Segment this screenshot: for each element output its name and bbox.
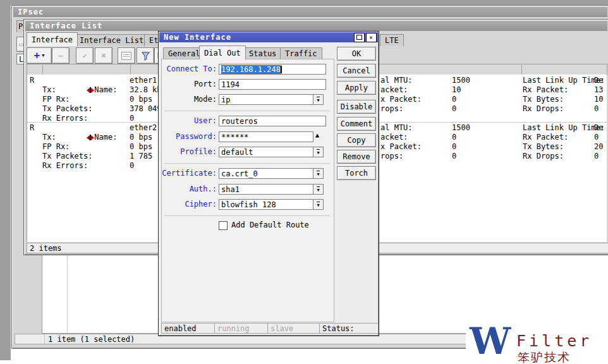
mode-input[interactable]: ip bbox=[219, 94, 313, 105]
password-label: Password: bbox=[162, 131, 217, 142]
status-enabled: enabled bbox=[161, 323, 215, 334]
maximize-icon bbox=[356, 35, 362, 40]
user-input[interactable]: routeros bbox=[219, 116, 326, 126]
tab-status[interactable]: Status bbox=[244, 47, 281, 59]
close-button[interactable]: ✕ bbox=[366, 33, 377, 42]
connect-to-value: 192.168.1.248 bbox=[221, 65, 281, 74]
row-label: Last Link Up Time: bbox=[523, 123, 605, 133]
row-label: rops: bbox=[380, 104, 403, 114]
cipher-label: Cipher: bbox=[162, 199, 217, 210]
header-divider bbox=[130, 65, 131, 74]
row-label: Tx Packets: bbox=[42, 104, 92, 114]
row-value: De bbox=[594, 76, 603, 85]
remove-button[interactable]: Remove bbox=[337, 150, 376, 164]
row-value: 0 bbox=[452, 95, 456, 104]
row-label: Tx Packets: bbox=[42, 152, 92, 161]
cancel-button[interactable]: Cancel bbox=[337, 64, 376, 78]
separator bbox=[164, 215, 330, 216]
row-label: x Packet: bbox=[380, 95, 422, 104]
ipsec-list-column-divider bbox=[67, 255, 68, 333]
wfilter-logo: W Filter 笨驴技术 bbox=[466, 324, 608, 364]
row-flag: R bbox=[30, 123, 34, 133]
row-value: 10 bbox=[452, 85, 461, 95]
row-label: Rx Drops: bbox=[523, 104, 564, 114]
copy-button[interactable]: Copy bbox=[337, 133, 376, 147]
tab-interface[interactable]: Interface bbox=[27, 32, 78, 46]
connect-to-input[interactable]: 192.168.1.248 bbox=[219, 64, 326, 75]
chevron-down-icon: ▼ bbox=[42, 53, 44, 58]
remove-row-button[interactable]: − bbox=[52, 47, 70, 64]
row-label: Last Link Up Time: bbox=[523, 76, 605, 85]
certificate-label: Certificate: bbox=[162, 168, 217, 179]
row-label: FP Rx: bbox=[42, 142, 70, 152]
tab-dial-out[interactable]: Dial Out bbox=[199, 46, 246, 59]
disable-button[interactable]: ✖ bbox=[95, 47, 112, 64]
user-label: User: bbox=[162, 116, 217, 126]
dropdown-arrow-icon: ▼ bbox=[317, 202, 319, 208]
row-label: Tx Bytes: bbox=[523, 95, 564, 104]
row-label: al MTU: bbox=[380, 123, 413, 133]
row-label: FP Rx: bbox=[42, 95, 70, 104]
status-slave: slave bbox=[267, 323, 320, 334]
add-button[interactable]: + ▼ bbox=[27, 47, 52, 64]
row-value: 0 bbox=[594, 152, 599, 161]
interface-list-titlebar[interactable]: Interface List bbox=[25, 21, 607, 31]
torch-button[interactable]: Torch bbox=[337, 166, 376, 180]
row-value: 0 bbox=[130, 114, 134, 123]
certificate-dropdown-button[interactable]: ▼ bbox=[313, 168, 324, 179]
row-value: 0 bbox=[452, 133, 456, 142]
connect-to-label: Connect To: bbox=[162, 64, 217, 75]
password-reveal-button[interactable]: ▲ bbox=[315, 131, 319, 138]
dropdown-arrow-icon: ▼ bbox=[317, 171, 319, 177]
apply-button[interactable]: Apply bbox=[337, 81, 376, 95]
row-label: Rx Drops: bbox=[523, 152, 564, 161]
tab-interface-list[interactable]: Interface List bbox=[75, 34, 149, 46]
comment-button[interactable]: Comment bbox=[337, 117, 376, 131]
header-divider bbox=[42, 65, 43, 74]
add-default-route-label: Add Default Route bbox=[231, 221, 309, 229]
filter-button[interactable] bbox=[137, 47, 154, 64]
dropdown-arrow-icon: ▼ bbox=[317, 149, 319, 155]
profile-dropdown-button[interactable]: ▼ bbox=[313, 147, 324, 157]
row-value: 0 bbox=[452, 104, 456, 114]
wfilter-logo-subtitle: 笨驴技术 bbox=[518, 349, 571, 364]
row-flag: R bbox=[30, 76, 34, 85]
comment-button[interactable] bbox=[118, 47, 135, 64]
row-label: Rx Errors: bbox=[42, 161, 88, 171]
password-input[interactable]: ****** bbox=[219, 131, 313, 142]
comment-icon bbox=[121, 52, 131, 60]
ok-button[interactable]: OK bbox=[337, 47, 376, 61]
tab-lte[interactable]: LTE bbox=[380, 34, 404, 46]
enable-button[interactable]: ✔ bbox=[76, 47, 94, 64]
tab-traffic[interactable]: Traffic bbox=[280, 47, 322, 59]
dropdown-arrow-icon: ▼ bbox=[317, 97, 319, 103]
maximize-button[interactable] bbox=[354, 33, 365, 42]
port-input[interactable]: 1194 bbox=[219, 79, 326, 90]
dialog-titlebar[interactable]: New Interface ✕ bbox=[159, 32, 378, 42]
winbox-desktop: IPsec Po ▭ L 1 item (1 selected) Interfa… bbox=[0, 0, 608, 364]
cipher-dropdown-button[interactable]: ▼ bbox=[313, 199, 324, 210]
auth-input[interactable]: sha1 bbox=[219, 184, 313, 195]
separator bbox=[164, 163, 330, 164]
row-label: rops: bbox=[380, 152, 403, 161]
row-name-line: Name: bbox=[41, 76, 117, 85]
text-caret bbox=[281, 66, 282, 73]
row-value: 0 bbox=[594, 104, 599, 114]
ipsec-titlebar[interactable]: IPsec bbox=[13, 7, 607, 17]
add-default-route-checkbox[interactable] bbox=[219, 221, 228, 230]
row-label: al MTU: bbox=[380, 76, 413, 85]
auth-dropdown-button[interactable]: ▼ bbox=[313, 184, 324, 195]
row-label: Rx Packet: bbox=[523, 133, 568, 142]
row-name-value: ether2 bbox=[130, 123, 157, 133]
auth-label: Auth.: bbox=[162, 184, 217, 195]
cipher-input[interactable]: blowfish 128 bbox=[219, 199, 313, 210]
status-label: Status: bbox=[319, 323, 379, 334]
dropdown-arrow-icon: ▼ bbox=[317, 186, 319, 193]
row-value: 0 bps bbox=[130, 142, 152, 152]
disable-button[interactable]: Disable bbox=[337, 100, 376, 114]
profile-input[interactable]: default bbox=[219, 147, 313, 157]
mode-label: Mode: bbox=[162, 94, 217, 105]
certificate-input[interactable]: ca.crt_0 bbox=[219, 168, 313, 179]
row-name-line: Name: bbox=[41, 123, 117, 133]
mode-dropdown-button[interactable]: ▼ bbox=[313, 94, 324, 105]
